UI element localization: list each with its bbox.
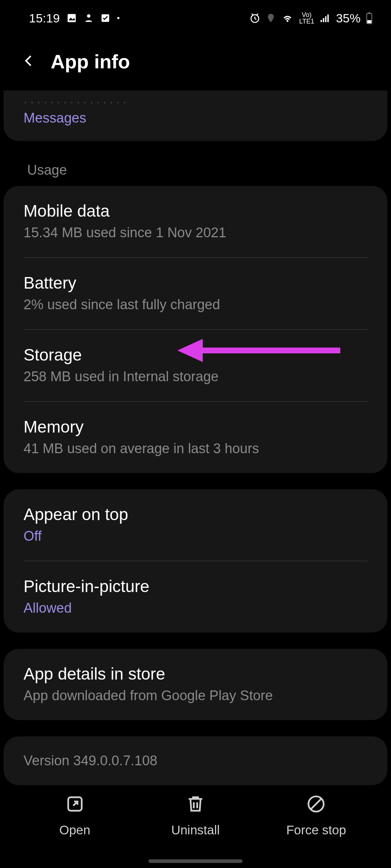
svg-rect-10 (367, 20, 371, 24)
bottom-bar: Open Uninstall Force stop (0, 774, 391, 868)
default-messaging-value: Messages (4, 110, 387, 141)
status-right: Vo)LTE1 35% (249, 11, 373, 25)
force-stop-button[interactable]: Force stop (256, 794, 377, 837)
app-details-store-title: App details in store (24, 664, 367, 684)
app-details-store-sub: App downloaded from Google Play Store (24, 688, 367, 703)
display-card: Appear on top Off Picture-in-picture All… (4, 489, 387, 633)
alarm-icon (249, 12, 261, 24)
svg-line-15 (311, 799, 321, 809)
svg-rect-4 (320, 20, 322, 22)
battery-icon (366, 12, 373, 24)
mobile-data-title: Mobile data (24, 201, 367, 221)
battery-sub: 2% used since last fully charged (24, 297, 367, 312)
open-icon (65, 794, 85, 816)
memory-item[interactable]: Memory 41 MB used on average in last 3 h… (4, 402, 387, 473)
location-icon (266, 13, 276, 23)
storage-sub: 258 MB used in Internal storage (24, 369, 367, 384)
mobile-data-sub: 15.34 MB used since 1 Nov 2021 (24, 225, 367, 241)
battery-title: Battery (24, 273, 367, 293)
checkbox-icon (100, 13, 110, 23)
svg-rect-6 (325, 16, 327, 22)
content-scroll[interactable]: . . . . . . . . . . . . . . . . Messages… (0, 90, 391, 785)
app-details-store-item[interactable]: App details in store App downloaded from… (4, 649, 387, 720)
appear-on-top-value: Off (24, 528, 367, 544)
appear-on-top-title: Appear on top (24, 505, 367, 524)
force-stop-label: Force stop (286, 823, 346, 837)
person-icon (84, 13, 94, 23)
wifi-icon (281, 12, 294, 24)
header: App info (0, 36, 391, 90)
image-icon (66, 13, 77, 24)
svg-rect-0 (68, 14, 76, 22)
back-icon[interactable] (22, 51, 36, 72)
signal-icon (319, 13, 331, 24)
svg-rect-5 (323, 18, 324, 22)
trash-icon (185, 794, 206, 816)
storage-title: Storage (24, 345, 367, 365)
status-time: 15:19 (29, 11, 60, 25)
status-left: 15:19 • (29, 11, 120, 25)
usage-card: Mobile data 15.34 MB used since 1 Nov 20… (4, 186, 387, 473)
uninstall-label: Uninstall (171, 823, 220, 837)
version-text: Version 349.0.0.7.108 (24, 753, 367, 769)
gesture-bar[interactable] (148, 859, 243, 863)
svg-rect-9 (368, 12, 370, 13)
svg-point-1 (87, 14, 90, 18)
section-label-usage: Usage (4, 157, 387, 186)
mobile-data-item[interactable]: Mobile data 15.34 MB used since 1 Nov 20… (4, 186, 387, 257)
memory-title: Memory (24, 417, 367, 437)
obscured-title: . . . . . . . . . . . . . . . . (4, 90, 387, 110)
dot-icon: • (117, 13, 120, 23)
page-title: App info (51, 50, 130, 73)
store-card: App details in store App downloaded from… (4, 649, 387, 720)
battery-item[interactable]: Battery 2% used since last fully charged (4, 258, 387, 329)
default-messaging-card[interactable]: . . . . . . . . . . . . . . . . Messages (4, 90, 387, 141)
status-bar: 15:19 • Vo)LTE1 35% (0, 0, 391, 36)
svg-rect-7 (327, 14, 329, 22)
memory-sub: 41 MB used on average in last 3 hours (24, 441, 367, 456)
storage-item[interactable]: Storage 258 MB used in Internal storage (4, 330, 387, 401)
pip-item[interactable]: Picture-in-picture Allowed (4, 561, 387, 633)
pip-title: Picture-in-picture (24, 576, 367, 596)
open-button[interactable]: Open (14, 794, 135, 837)
open-label: Open (59, 823, 91, 837)
battery-percent: 35% (336, 11, 361, 25)
volte-icon: Vo)LTE1 (299, 12, 314, 25)
pip-value: Allowed (24, 600, 367, 616)
stop-icon (306, 794, 326, 816)
appear-on-top-item[interactable]: Appear on top Off (4, 489, 387, 561)
uninstall-button[interactable]: Uninstall (135, 794, 256, 837)
